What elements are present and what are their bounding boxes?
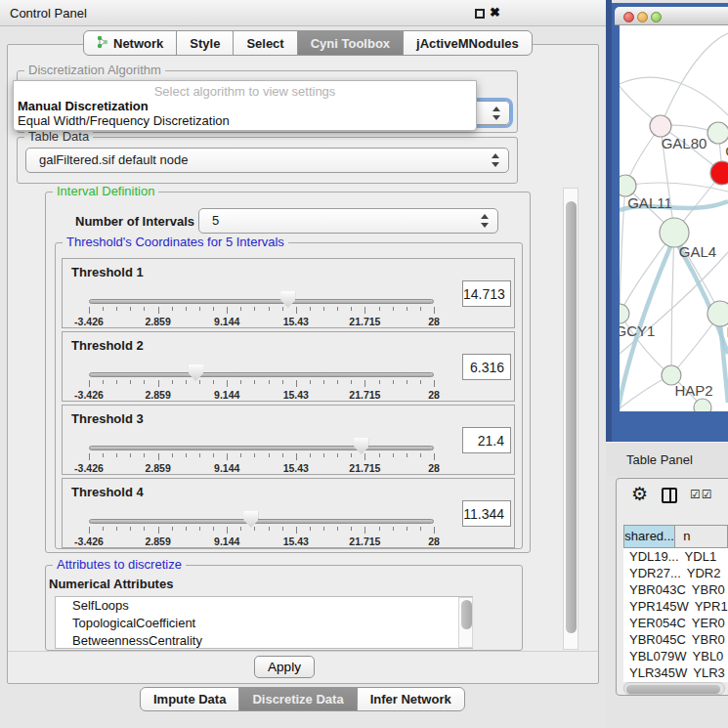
close-icon[interactable]: ✖ [490, 5, 500, 20]
tick-mark [103, 307, 104, 311]
tab-infer-network[interactable]: Infer Network [357, 687, 465, 711]
apply-button[interactable]: Apply [254, 656, 315, 678]
table-row[interactable]: YPR145WYPR1 [623, 598, 728, 615]
tick-label: 2.859 [137, 462, 180, 474]
split-view-icon[interactable] [662, 488, 677, 503]
tick-mark [282, 307, 283, 311]
threshold-value-field[interactable]: 11.344 [462, 500, 511, 527]
list-item-topologicalcoefficient[interactable]: TopologicalCoefficient [56, 615, 472, 632]
slider-thumb[interactable] [354, 438, 368, 454]
minimize-traffic-light[interactable] [637, 12, 648, 22]
network-window-titlebar [615, 7, 728, 25]
table-data-group-title: Table Data [24, 129, 93, 144]
threshold-value-field[interactable]: 21.4 [462, 427, 511, 453]
algorithm-dropdown-popup: Select algorithm to view settings Manual… [13, 80, 477, 131]
threshold-panel-4: Threshold 4-3.4262.8599.14415.4321.71528… [62, 478, 515, 548]
slider-track[interactable] [89, 446, 434, 450]
network-node-gal11[interactable] [620, 175, 636, 196]
table-row[interactable]: YBR043CYBR0 [623, 581, 728, 598]
tick-mark [434, 527, 435, 534]
tick-mark [407, 307, 407, 311]
tick-mark [116, 380, 117, 384]
tab-cyni-toolbox[interactable]: Cyni Toolbox [297, 30, 404, 56]
dropdown-prompt: Select algorithm to view settings [14, 84, 476, 99]
column-header-n[interactable]: n [675, 525, 728, 548]
tick-label: -3.426 [67, 535, 110, 547]
network-node-h-node[interactable] [707, 301, 728, 326]
list-item-selfloops[interactable]: SelfLoops [56, 597, 472, 615]
slider-track[interactable] [89, 299, 434, 304]
threshold-value-field[interactable]: 6.316 [462, 354, 511, 380]
zoom-traffic-light[interactable] [651, 12, 662, 22]
slider-thumb[interactable] [243, 511, 258, 528]
tick-mark [89, 307, 90, 314]
tab-network[interactable]: Network [83, 30, 177, 56]
tick-mark [420, 307, 421, 311]
tick-mark [269, 453, 270, 457]
close-traffic-light[interactable] [623, 12, 634, 22]
gear-icon[interactable]: ⚙ [631, 485, 648, 503]
table-cell: YLR3 [687, 664, 728, 681]
network-graph[interactable]: GAL80GACGAL11GAL4GCY1HHAP2 [620, 25, 728, 411]
table-row[interactable]: YLR345WYLR3 [623, 664, 728, 681]
tick-mark [296, 307, 297, 314]
tick-mark [144, 453, 145, 457]
table-horizontal-scrollbar[interactable] [623, 682, 725, 695]
network-node-gcy1[interactable] [620, 304, 629, 323]
tab-select[interactable]: Select [233, 30, 297, 56]
tick-mark [213, 453, 214, 457]
threshold-label: Threshold 1 [71, 265, 144, 279]
algorithm-group-title: Discretization Algorithm [24, 63, 165, 77]
threshold-value-field[interactable]: 14.713 [462, 280, 511, 307]
table-row[interactable]: YBR045CYBR0 [623, 631, 728, 648]
column-header-shared[interactable]: shared... [623, 525, 675, 548]
slider-track[interactable] [89, 519, 434, 524]
tick-mark [116, 307, 117, 311]
slider-track[interactable] [89, 372, 434, 377]
tick-mark [337, 380, 338, 384]
tick-mark [351, 307, 352, 311]
tab-label: Cyni Toolbox [311, 36, 390, 51]
table-row[interactable]: YER054CYER0 [623, 615, 728, 631]
tab-impute-data[interactable]: Impute Data [140, 687, 239, 711]
tab-style[interactable]: Style [176, 30, 234, 56]
table-row[interactable]: YBL079WYBL0 [623, 648, 728, 664]
network-node-red-node[interactable] [710, 161, 728, 185]
network-node-bottom-node[interactable] [694, 399, 711, 411]
tick-mark [364, 527, 365, 534]
number-of-intervals-combobox[interactable]: 5 [198, 208, 498, 234]
table-row[interactable]: YDR27...YDR2 [623, 565, 728, 581]
network-node-gal80[interactable] [650, 115, 671, 137]
dropdown-option-equal-width-frequency[interactable]: Equal Width/Frequency Discretization [18, 113, 472, 128]
tick-mark [213, 307, 214, 311]
float-window-icon[interactable] [475, 9, 485, 19]
network-node-top-right[interactable] [707, 122, 728, 144]
slider-thumb[interactable] [189, 364, 203, 381]
tick-label: 21.715 [343, 462, 386, 474]
table-row[interactable]: YDL19...YDL1 [623, 548, 728, 565]
tick-mark [130, 380, 131, 384]
tick-mark [323, 527, 324, 531]
tick-mark [130, 307, 131, 311]
attributes-scrollbar[interactable] [458, 597, 473, 648]
threshold-label: Threshold 4 [71, 485, 144, 499]
table-cell: YBR045C [623, 631, 686, 648]
tick-mark [323, 380, 324, 384]
tab-discretize-data[interactable]: Discretize Data [238, 687, 357, 711]
tick-label: 28 [412, 462, 455, 474]
node-table[interactable]: shared...n YDL19...YDL1YDR27...YDR2YBR04… [623, 525, 728, 682]
tick-mark [186, 380, 187, 384]
tick-label: 2.859 [137, 389, 180, 401]
select-columns-icon[interactable]: ☑☑ [690, 488, 713, 501]
tab-jactivemnodules[interactable]: jActiveMNodules [403, 30, 533, 56]
dropdown-option-manual-discretization[interactable]: Manual Discretization [18, 99, 472, 113]
tick-mark [199, 527, 200, 531]
list-item-betweennesscentrality[interactable]: BetweennessCentrality [56, 632, 472, 649]
panel-scrollbar[interactable] [563, 188, 578, 650]
table-data-combobox[interactable]: galFiltered.sif default node [25, 148, 509, 173]
numerical-attributes-list[interactable]: SelfLoopsTopologicalCoefficientBetweenne… [55, 596, 473, 649]
network-edge [671, 233, 674, 375]
slider-ticks: -3.4262.8599.14415.4321.71528 [89, 527, 434, 548]
tick-mark [420, 527, 421, 531]
slider-thumb[interactable] [280, 291, 295, 308]
